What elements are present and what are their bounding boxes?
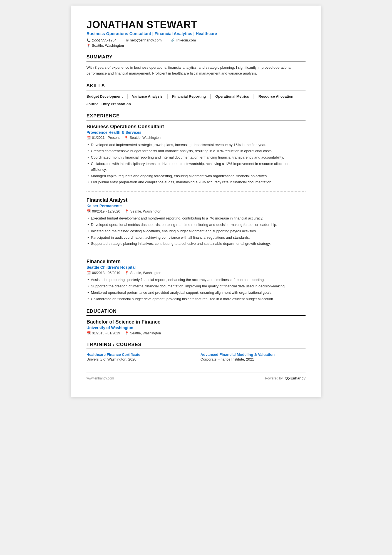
job-0-dates: 📅 01/2021 - Present — [86, 136, 120, 140]
training-grid: Healthcare Finance Certificate Universit… — [86, 352, 306, 361]
footer-brand: Powered by Enhancv — [265, 376, 306, 380]
job-2-location: 📍 Seattle, Washington — [125, 271, 161, 275]
skill-0: Budget Development — [86, 94, 128, 99]
training-title-0: Healthcare Finance Certificate — [86, 352, 192, 357]
powered-by-label: Powered by — [265, 376, 282, 380]
training-sub-1: Corporate Finance Institute, 2021 — [200, 357, 306, 361]
phone-value: (555) 555-1234 — [92, 38, 116, 42]
edu-school-0: University of Washington — [86, 325, 306, 330]
training-item-0: Healthcare Finance Certificate Universit… — [86, 352, 192, 361]
skill-5: Journal Entry Preparation — [86, 101, 135, 107]
job-2-company: Seattle Children's Hospital — [86, 265, 306, 270]
linkedin-icon: 🔗 — [170, 38, 175, 42]
phone-icon: 📞 — [86, 38, 91, 42]
skill-3: Operational Metrics — [215, 94, 254, 99]
job-2-title: Finance Intern — [86, 259, 306, 265]
job-1: Financial Analyst Kaiser Permanente 📅 06… — [86, 197, 306, 253]
job-1-company: Kaiser Permanente — [86, 204, 306, 208]
training-section: TRAINING / COURSES Healthcare Finance Ce… — [86, 342, 306, 361]
calendar-icon-1: 📅 — [86, 209, 91, 213]
training-heading: TRAINING / COURSES — [86, 342, 306, 349]
bullet-1-1: Developed operational metrics dashboards… — [86, 222, 306, 228]
skills-section: SKILLS Budget Development Variance Analy… — [86, 83, 306, 107]
email-value: help@enhancv.com — [130, 38, 162, 42]
job-1-title: Financial Analyst — [86, 197, 306, 203]
bullet-1-0: Executed budget development and month-en… — [86, 216, 306, 221]
bullet-1-3: Participated in audit coordination, achi… — [86, 235, 306, 241]
job-2-bullets: Assisted in preparing quarterly financia… — [86, 277, 306, 302]
location-item: 📍 Seattle, Washington — [86, 43, 124, 48]
bullet-0-2: Coordinated monthly financial reporting … — [86, 155, 306, 161]
job-2-dates: 📅 06/2018 - 05/2019 — [86, 271, 120, 275]
header: JONATHAN STEWART Business Operations Con… — [86, 19, 306, 48]
bullet-1-2: Initiated and maintained costing allocat… — [86, 228, 306, 234]
summary-heading: SUMMARY — [86, 54, 306, 61]
calendar-icon-0: 📅 — [86, 136, 91, 140]
contact-info: 📞 (555) 555-1234 @ help@enhancv.com 🔗 li… — [86, 38, 306, 42]
job-0-bullets: Developed and implemented strategic grow… — [86, 142, 306, 186]
job-0-location: 📍 Seattle, Washington — [124, 136, 160, 140]
edu-entry-0: Bachelor of Science in Finance Universit… — [86, 319, 306, 335]
job-1-bullets: Executed budget development and month-en… — [86, 216, 306, 247]
bullet-2-2: Monitored operational performance and pr… — [86, 290, 306, 296]
job-1-dates: 📅 06/2019 - 12/2020 — [86, 209, 120, 213]
job-0-meta: 📅 01/2021 - Present 📍 Seattle, Washingto… — [86, 136, 306, 140]
bullet-2-1: Supported the creation of internal finan… — [86, 283, 306, 289]
resume-page: JONATHAN STEWART Business Operations Con… — [71, 6, 321, 397]
bullet-2-3: Collaborated on financial budget develop… — [86, 296, 306, 302]
education-section: EDUCATION Bachelor of Science in Finance… — [86, 309, 306, 335]
enhancv-logo-icon — [284, 376, 290, 380]
job-1-location: 📍 Seattle, Washington — [125, 209, 161, 213]
edu-calendar-icon: 📅 — [86, 331, 91, 335]
bullet-2-0: Assisted in preparing quarterly financia… — [86, 277, 306, 283]
experience-heading: EXPERIENCE — [86, 113, 306, 120]
job-1-meta: 📅 06/2019 - 12/2020 📍 Seattle, Washingto… — [86, 209, 306, 213]
candidate-title: Business Operations Consultant | Financi… — [86, 31, 306, 36]
enhancv-logo: Enhancv — [284, 376, 306, 380]
bullet-1-4: Supported strategic planning initiatives… — [86, 241, 306, 247]
linkedin-item: 🔗 linkedin.com — [170, 38, 196, 42]
location-icon: 📍 — [86, 44, 91, 48]
job-0: Business Operations Consultant Providenc… — [86, 124, 306, 192]
bullet-0-5: Led journal entry preparation and compli… — [86, 179, 306, 185]
bullet-0-3: Collaborated with interdisciplinary team… — [86, 161, 306, 173]
experience-section: EXPERIENCE Business Operations Consultan… — [86, 113, 306, 302]
job-2-meta: 📅 06/2018 - 05/2019 📍 Seattle, Washingto… — [86, 271, 306, 275]
bullet-0-4: Managed capital requests and ongoing for… — [86, 173, 306, 179]
email-item: @ help@enhancv.com — [125, 38, 162, 42]
linkedin-value: linkedin.com — [176, 38, 196, 42]
job-0-company: Providence Health & Services — [86, 130, 306, 135]
skills-list: Budget Development Variance Analysis Fin… — [86, 94, 306, 107]
edu-location-icon: 📍 — [125, 331, 129, 335]
brand-name: Enhancv — [291, 376, 306, 380]
training-title-1: Advanced Financial Modeling & Valuation — [200, 352, 306, 357]
edu-meta-0: 📅 01/2015 - 01/2019 📍 Seattle, Washingto… — [86, 331, 306, 335]
skills-heading: SKILLS — [86, 83, 306, 90]
footer: www.enhancv.com Powered by Enhancv — [86, 373, 306, 380]
skill-2: Financial Reporting — [172, 94, 211, 99]
location-icon-2: 📍 — [125, 271, 129, 275]
location-icon-0: 📍 — [124, 136, 128, 140]
edu-dates-0: 📅 01/2015 - 01/2019 — [86, 331, 120, 335]
job-2: Finance Intern Seattle Children's Hospit… — [86, 259, 306, 302]
training-item-1: Advanced Financial Modeling & Valuation … — [200, 352, 306, 361]
footer-website: www.enhancv.com — [86, 376, 114, 380]
edu-location-0: 📍 Seattle, Washington — [125, 331, 161, 335]
location-value: Seattle, Washington — [92, 43, 124, 48]
bullet-0-1: Created comprehensive budget forecasts a… — [86, 148, 306, 154]
edu-degree-0: Bachelor of Science in Finance — [86, 319, 306, 325]
skill-4: Resource Allocation — [259, 94, 298, 99]
phone-item: 📞 (555) 555-1234 — [86, 38, 116, 42]
education-heading: EDUCATION — [86, 309, 306, 316]
summary-text: With 3 years of experience in business o… — [86, 65, 306, 77]
bullet-0-0: Developed and implemented strategic grow… — [86, 142, 306, 148]
summary-section: SUMMARY With 3 years of experience in bu… — [86, 54, 306, 77]
location-icon-1: 📍 — [125, 209, 129, 213]
training-sub-0: University of Washington, 2020 — [86, 357, 192, 361]
job-0-title: Business Operations Consultant — [86, 124, 306, 130]
calendar-icon-2: 📅 — [86, 271, 91, 275]
candidate-name: JONATHAN STEWART — [86, 19, 306, 31]
location-row: 📍 Seattle, Washington — [86, 43, 306, 48]
email-icon: @ — [125, 38, 129, 42]
skill-1: Variance Analysis — [132, 94, 168, 99]
